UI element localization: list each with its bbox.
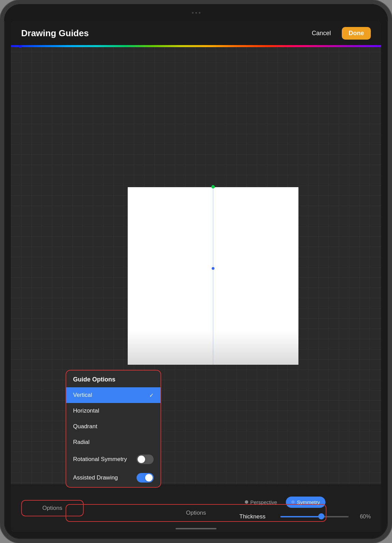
symmetry-dot-icon	[291, 500, 295, 504]
guide-dot-middle	[212, 267, 214, 270]
canvas-paper[interactable]	[128, 187, 298, 365]
rotational-symmetry-row: Rotational Symmetry	[66, 450, 160, 469]
guide-option-quadrant-label: Quadrant	[73, 423, 97, 430]
rotational-symmetry-toggle[interactable]	[137, 455, 154, 464]
guide-option-vertical-label: Vertical	[73, 392, 92, 399]
device-top-bar	[4, 4, 388, 21]
assisted-drawing-label: Assisted Drawing	[73, 474, 118, 481]
toggle-knob	[138, 456, 145, 463]
camera-dot	[195, 12, 197, 14]
guide-options-panel: Guide Options Vertical ✓ Horizontal Quad…	[66, 370, 161, 488]
guide-option-vertical[interactable]: Vertical ✓	[66, 387, 160, 403]
bottom-options-button[interactable]: Options	[66, 504, 326, 522]
guide-option-radial[interactable]: Radial	[66, 434, 160, 450]
guide-option-horizontal-label: Horizontal	[73, 407, 99, 414]
guide-option-quadrant[interactable]: Quadrant	[66, 419, 160, 434]
checkmark-icon: ✓	[149, 392, 154, 399]
assisted-drawing-toggle[interactable]	[137, 473, 154, 483]
guide-options-title: Guide Options	[66, 371, 160, 387]
device: Drawing Guides Cancel Done Guide Options…	[0, 0, 392, 543]
canvas-fade	[128, 331, 298, 365]
camera-dot	[199, 12, 200, 14]
guide-dot-top	[211, 185, 215, 189]
assisted-drawing-row: Assisted Drawing	[66, 469, 160, 487]
guide-option-radial-label: Radial	[73, 439, 89, 446]
cancel-button[interactable]: Cancel	[308, 27, 335, 40]
thickness-value: 60%	[355, 514, 371, 520]
guide-option-horizontal[interactable]: Horizontal	[66, 403, 160, 419]
home-indicator	[176, 528, 216, 529]
header-actions: Cancel Done	[308, 27, 371, 40]
rotational-symmetry-label: Rotational Symmetry	[73, 456, 127, 463]
toggle-knob	[145, 474, 153, 482]
camera-area	[192, 12, 200, 14]
done-button[interactable]: Done	[342, 27, 371, 40]
perspective-dot-icon	[245, 500, 248, 504]
page-title: Drawing Guides	[21, 28, 308, 39]
header: Drawing Guides Cancel Done	[11, 21, 381, 45]
screen: Drawing Guides Cancel Done Guide Options…	[11, 21, 381, 532]
camera-dot	[192, 12, 194, 14]
